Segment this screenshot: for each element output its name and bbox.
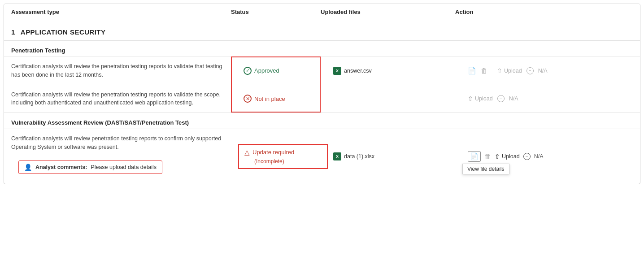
table-row: Certification analysts will review penet… — [4, 129, 640, 184]
upload-arrow-icon-2: ⇧ — [468, 95, 473, 102]
upload-btn-3[interactable]: ⇧ Upload — [495, 153, 520, 160]
analyst-text: Please upload data details — [91, 164, 157, 170]
table-row: Certification analysts will review the p… — [4, 56, 640, 85]
na-btn-2[interactable]: − — [497, 95, 505, 102]
subsection-title-vulnerability: Vulnerability Assessment Review (DAST/SA… — [4, 113, 640, 129]
row-1-filename: answer.csv — [344, 68, 372, 74]
section-number: 1 — [11, 28, 15, 36]
na-label-3: N/A — [534, 153, 544, 160]
row-1-description: Certification analysts will review the p… — [4, 57, 238, 85]
section-name: APPLICATION SECURITY — [21, 28, 106, 36]
not-in-place-icon: ✕ — [244, 95, 252, 103]
upload-btn-2[interactable]: ⇧ Upload — [468, 95, 493, 102]
na-btn-3[interactable]: − — [523, 153, 531, 160]
upload-label: Upload — [504, 68, 522, 74]
upload-label-2: Upload — [475, 95, 493, 102]
analyst-comment: 👤 Analyst comments: Please upload data d… — [18, 160, 162, 174]
view-file-tooltip[interactable]: View file details — [462, 164, 509, 174]
row-3-status-sublabel: (Incomplete) — [244, 158, 284, 165]
row-3-uploaded: X data (1).xlsx — [328, 149, 462, 164]
analyst-label: Analyst comments: — [35, 164, 87, 170]
table-header: Assessment type Status Uploaded files Ac… — [4, 4, 640, 20]
upload-arrow-icon-3: ⇧ — [495, 153, 500, 160]
row-2-status: ✕ Not in place — [238, 91, 328, 106]
analyst-icon: 👤 — [24, 164, 32, 171]
excel-icon: X — [333, 67, 341, 75]
col-status: Status — [231, 9, 321, 15]
main-table: Assessment type Status Uploaded files Ac… — [4, 4, 640, 184]
upload-label-3: Upload — [502, 153, 520, 160]
row-3-status-label: Update required — [252, 149, 294, 156]
row-3-description: Certification analysts will review penet… — [11, 134, 231, 156]
delete-icon[interactable]: 🗑 — [481, 67, 487, 74]
row-2-description: Certification analysts will review the p… — [4, 85, 238, 113]
section-title: 1 APPLICATION SECURITY — [4, 20, 640, 40]
subsection-vulnerability: Vulnerability Assessment Review (DAST/SA… — [4, 113, 640, 184]
col-uploaded-files: Uploaded files — [321, 9, 455, 15]
row-1-status: ✓ Approved — [238, 63, 328, 78]
row-1-actions: 📄 🗑 ⇧ Upload − N/A — [462, 63, 640, 78]
excel-icon-3: X — [333, 152, 341, 160]
delete-icon-3[interactable]: 🗑 — [484, 152, 491, 160]
section-application-security: 1 APPLICATION SECURITY Penetration Testi… — [4, 20, 640, 184]
row-2-status-label: Not in place — [254, 95, 285, 102]
subsection-penetration-testing: Penetration Testing Certification analys… — [4, 40, 640, 113]
tooltip-label: View file details — [467, 166, 505, 172]
row-2-actions: ⇧ Upload − N/A — [462, 91, 640, 106]
row-3-actions: 📄 🗑 ⇧ Upload − N/A View file details — [462, 147, 640, 165]
row-3-status: △ Update required (Incomplete) — [238, 144, 328, 169]
row-2-uploaded — [328, 95, 462, 102]
upload-arrow-icon: ⇧ — [497, 67, 502, 74]
row-3-status-main: △ Update required — [244, 148, 294, 156]
subsection-title-penetration: Penetration Testing — [4, 41, 640, 56]
upload-btn-1[interactable]: ⇧ Upload — [497, 67, 522, 74]
row-1-uploaded: X answer.csv — [328, 63, 462, 78]
col-action: Action — [455, 9, 633, 15]
approved-icon: ✓ — [244, 67, 252, 75]
row-3-filename: data (1).xlsx — [344, 153, 374, 160]
na-label-1: N/A — [538, 68, 548, 74]
doc-icon-active[interactable]: 📄 — [468, 151, 481, 162]
warning-icon: △ — [244, 148, 250, 156]
na-btn-1[interactable]: − — [527, 67, 534, 74]
row-3-left: Certification analysts will review penet… — [4, 129, 238, 184]
col-assessment-type: Assessment type — [11, 9, 231, 15]
row-1-status-label: Approved — [254, 67, 279, 74]
doc-icon[interactable]: 📄 — [468, 67, 476, 75]
table-row: Certification analysts will review the p… — [4, 85, 640, 113]
na-label-2: N/A — [509, 95, 518, 102]
